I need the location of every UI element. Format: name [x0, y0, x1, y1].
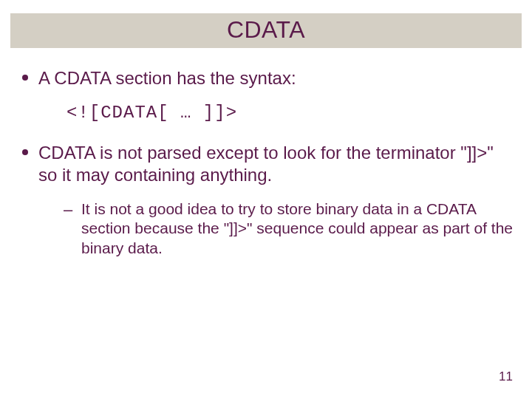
title-bar: CDATA [10, 13, 522, 48]
sub-text: It is not a good idea to try to store bi… [81, 200, 513, 256]
bullet-list: A CDATA section has the syntax: [18, 67, 514, 89]
code-syntax: <![CDATA[ … ]]> [66, 103, 514, 123]
bullet-text: A CDATA section has the syntax: [38, 68, 296, 88]
bullet-list: CDATA is not parsed except to look for t… [18, 142, 514, 258]
slide-content: A CDATA section has the syntax: <![CDATA… [0, 48, 532, 258]
bullet-item: CDATA is not parsed except to look for t… [18, 142, 514, 258]
bullet-text: CDATA is not parsed except to look for t… [38, 143, 494, 185]
sub-list: It is not a good idea to try to store bi… [64, 200, 514, 258]
sub-item: It is not a good idea to try to store bi… [64, 200, 514, 258]
slide-title: CDATA [10, 16, 522, 44]
page-number: 11 [499, 369, 513, 384]
bullet-item: A CDATA section has the syntax: [18, 67, 514, 89]
